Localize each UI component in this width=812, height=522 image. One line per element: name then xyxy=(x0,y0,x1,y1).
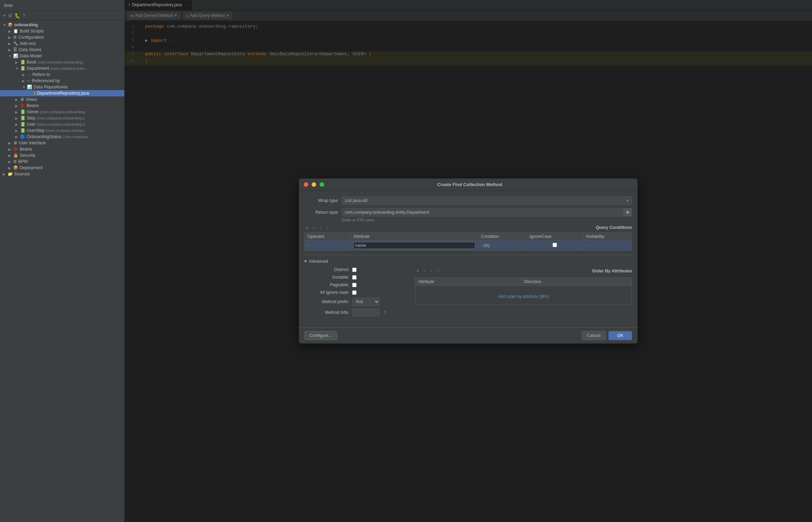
bpm-icon: ⚙ xyxy=(13,159,17,164)
minimize-traffic-light[interactable] xyxy=(312,182,316,187)
tree-item-beans-inner[interactable]: ▶ 🫘 Beans xyxy=(0,103,124,109)
arrow-icon: ▶ xyxy=(22,73,27,77)
entity-icon: 📗 xyxy=(20,60,25,65)
method-prefix-select[interactable]: find get read query xyxy=(352,298,380,306)
advanced-header[interactable]: ▾ Advanced xyxy=(304,259,632,264)
tree-item-deployment[interactable]: ▶ 📦 Deployment xyxy=(0,165,124,171)
advanced-content: Distinct: Sortable: Pageable: xyxy=(304,267,632,319)
tree-label: DepartmentRepository.java xyxy=(37,91,89,96)
method-infix-label: Method infix: xyxy=(304,310,349,315)
attribute-cell[interactable] xyxy=(351,241,478,251)
tree-label: Beans xyxy=(20,147,32,152)
tree-label: Step xyxy=(27,116,36,120)
tree-sublabel: (com.company.onbo... xyxy=(50,66,88,70)
sortable-checkbox[interactable] xyxy=(352,275,357,280)
arrow-icon: ▶ xyxy=(15,104,20,108)
ok-button[interactable]: OK xyxy=(608,331,632,340)
tree-item-refers-to[interactable]: ▶ → Refers to xyxy=(0,71,124,78)
tree-item-user-interface[interactable]: ▶ 🖥 User Interface xyxy=(0,140,124,146)
tree-label: Data Repositories xyxy=(34,85,68,89)
maximize-traffic-light[interactable] xyxy=(320,182,324,187)
tree-item-data-stores[interactable]: ▶ 🗄 Data Stores xyxy=(0,47,124,53)
remove-order-button[interactable]: − xyxy=(422,267,427,274)
move-up-condition-button[interactable]: ↑ xyxy=(318,224,323,231)
tree-item-onboarding[interactable]: ▼ 📦 onboarding xyxy=(0,22,124,28)
add-order-button[interactable]: + xyxy=(415,267,421,274)
cancel-button[interactable]: Cancel xyxy=(582,331,606,340)
move-down-order-button[interactable]: ↓ xyxy=(435,267,441,274)
tree-item-configuration[interactable]: ▶ ⚙ Configuration xyxy=(0,34,124,40)
wrap-type-select[interactable]: List java.util xyxy=(342,196,632,205)
order-attr-header: Attribute xyxy=(415,278,521,286)
tree-item-build-scripts[interactable]: ▶ 📋 Build Scripts xyxy=(0,28,124,34)
tree-item-data-repositories[interactable]: ▼ 📊 Data Repositories xyxy=(0,84,124,90)
beans-icon: 🫘 xyxy=(13,147,18,152)
table-header-row: Operator Attribute Condition IgnoreCase … xyxy=(305,233,632,241)
tree-label: User Interface xyxy=(19,141,46,145)
tree-item-userstep[interactable]: ▶ 📗 UserStep (com.company.onboar... xyxy=(0,127,124,134)
add-order-link[interactable]: Add order by attribute (⌘N) xyxy=(415,294,632,299)
tree-item-genre[interactable]: ▶ 📗 Genre (com.company.onboarding. xyxy=(0,109,124,115)
tree-item-bpm[interactable]: ▶ ⚙ BPM xyxy=(0,158,124,165)
entity-icon: 📗 xyxy=(20,109,25,114)
tree-sublabel: (com.company.onboarding.e xyxy=(37,122,85,126)
tree-label: Add-ons xyxy=(20,41,36,46)
arrow-icon: ▼ xyxy=(22,85,27,89)
return-type-input[interactable] xyxy=(342,208,632,216)
order-by-table: Attribute Direction Add order by attribu… xyxy=(415,278,632,305)
return-type-browse-button[interactable]: ▼ xyxy=(623,208,632,216)
tree-item-user[interactable]: ▶ 📗 User (com.company.onboarding.e xyxy=(0,121,124,127)
ignorecase-cell[interactable] xyxy=(526,241,583,251)
tree-item-security[interactable]: ▶ 🔒 Security xyxy=(0,152,124,158)
help-icon[interactable]: ? xyxy=(384,310,386,315)
tree-item-referenced-by[interactable]: ▶ ↦ Referenced by xyxy=(0,78,124,84)
attribute-input[interactable] xyxy=(353,242,475,249)
tree-item-department-repo[interactable]: ℹ DepartmentRepository.java xyxy=(0,90,124,96)
tree-item-onboarding-status[interactable]: ▶ 🔵 OnboardingStatus (com.company. xyxy=(0,134,124,140)
tree-label: Build Scripts xyxy=(20,29,44,33)
tree-item-data-model[interactable]: ▼ 📊 Data Model xyxy=(0,53,124,59)
attribute-header: Attribute xyxy=(351,233,478,241)
tree-item-step[interactable]: ▶ 📗 Step (com.company.onboarding.e xyxy=(0,115,124,121)
method-infix-input[interactable] xyxy=(352,309,380,316)
arrow-icon: ▶ xyxy=(15,129,20,133)
tree-item-book[interactable]: ▶ 📗 Book (com.company.onboarding. xyxy=(0,59,124,65)
tree-label: OnboardingStatus xyxy=(27,134,62,139)
operator-header: Operator xyxy=(305,233,351,241)
tree-item-department[interactable]: ▼ 📗 Department (com.company.onbo... xyxy=(0,65,124,71)
tree-label: BPM xyxy=(18,159,28,164)
help-toolbar-icon[interactable]: ? xyxy=(22,13,25,18)
all-ignore-case-checkbox[interactable] xyxy=(352,290,357,295)
arrow-icon: ▶ xyxy=(15,135,20,139)
tree-item-beans-outer[interactable]: ▶ 🫘 Beans xyxy=(0,146,124,152)
tree-item-addons[interactable]: ▶ 🔧 Add-ons xyxy=(0,40,124,47)
add-icon[interactable]: + xyxy=(3,12,6,19)
tree-item-sources[interactable]: ▶ 📁 Sources xyxy=(0,171,124,177)
repo-icon: 📊 xyxy=(27,85,32,89)
tree-label: Genre xyxy=(27,109,39,114)
query-conditions-table: Operator Attribute Condition IgnoreCase … xyxy=(304,232,632,251)
remove-condition-button[interactable]: − xyxy=(311,224,317,231)
move-down-condition-button[interactable]: ↓ xyxy=(325,224,330,231)
tree-item-views[interactable]: ▶ 🖥 Views xyxy=(0,96,124,103)
arrow-icon: ▶ xyxy=(3,172,8,176)
arrow-icon: ▶ xyxy=(8,154,13,157)
beans-icon: 🫘 xyxy=(20,103,25,108)
move-up-order-button[interactable]: ↑ xyxy=(429,267,434,274)
sidebar-toolbar: + ⚙ 🐛 ? xyxy=(0,11,124,20)
wrap-type-row: Wrap type: List java.util ▼ xyxy=(304,196,632,205)
arrow-icon: ▶ xyxy=(15,110,20,114)
distinct-checkbox[interactable] xyxy=(352,268,357,272)
pageable-checkbox[interactable] xyxy=(352,283,357,287)
configure-button[interactable]: Configure... xyxy=(304,331,337,340)
table-row[interactable]: - - (Is) - xyxy=(305,241,632,251)
settings-icon[interactable]: ⚙ xyxy=(8,13,12,18)
add-condition-button[interactable]: + xyxy=(304,224,310,231)
tree-label: Refers to xyxy=(32,72,50,77)
ignorecase-checkbox[interactable] xyxy=(553,243,557,247)
footer-left: Configure... xyxy=(304,331,337,340)
order-dir-header: Direction xyxy=(521,278,632,286)
close-traffic-light[interactable] xyxy=(304,182,308,187)
tree-label: Configuration xyxy=(18,35,44,40)
debug-icon[interactable]: 🐛 xyxy=(15,13,20,18)
